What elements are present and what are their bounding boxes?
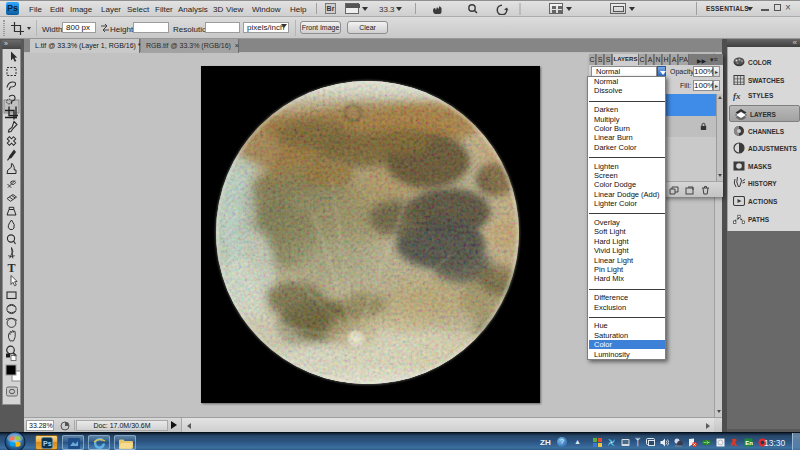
svg-text:Ps: Ps bbox=[43, 440, 52, 447]
svg-text:T: T bbox=[8, 261, 16, 275]
svg-text:fx: fx bbox=[733, 91, 741, 101]
